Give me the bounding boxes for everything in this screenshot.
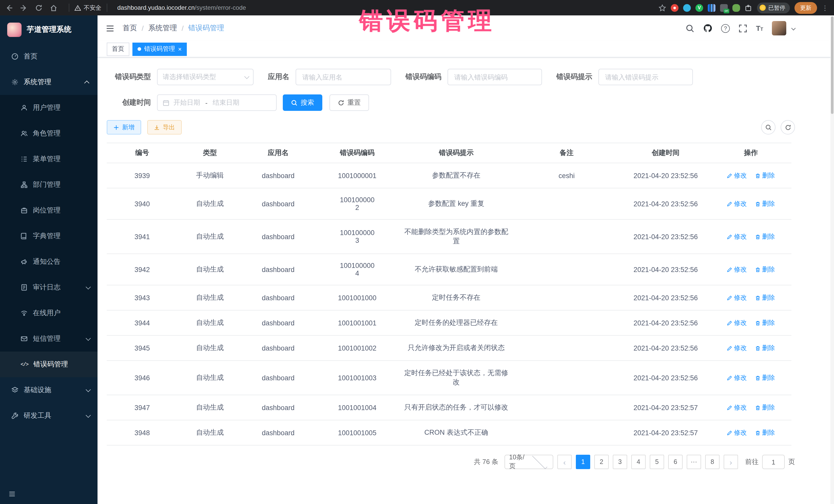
page-button[interactable]: 2 (594, 455, 609, 469)
cell-create-time: 2021-04-20 23:52:57 (621, 395, 710, 420)
cell-type: 自动生成 (178, 420, 242, 445)
update-button[interactable]: 更新 (794, 2, 817, 14)
sidebar-item-error-codes[interactable]: </> 错误码管理 (0, 352, 97, 377)
page-button[interactable]: 5 (650, 455, 664, 469)
export-button[interactable]: 导出 (147, 120, 182, 134)
error-type-select[interactable]: 请选择错误码类型 (157, 69, 254, 85)
extension-icon[interactable]: on (720, 4, 728, 12)
paused-badge[interactable]: 已暂停 (757, 2, 790, 13)
edit-link[interactable]: 修改 (727, 232, 747, 241)
sidebar-item-home[interactable]: 首页 (0, 44, 97, 69)
sidebar-item-notices[interactable]: 通知公告 (0, 249, 97, 275)
next-page-button[interactable]: › (724, 455, 738, 469)
security-indicator[interactable]: 不安全 (74, 4, 101, 12)
scrollbar[interactable] (830, 15, 834, 504)
page-size-select[interactable]: 10条/页 (505, 455, 553, 469)
sidebar-item-audit-logs[interactable]: 审计日志 (0, 275, 97, 300)
reset-button[interactable]: 重置 (329, 94, 369, 111)
error-msg-input[interactable] (598, 69, 693, 85)
reload-icon[interactable] (35, 4, 43, 12)
sidebar-item-dictionary[interactable]: 字典管理 (0, 223, 97, 249)
tab-home[interactable]: 首页 (107, 42, 129, 56)
edit-link[interactable]: 修改 (727, 344, 747, 352)
delete-link[interactable]: 删除 (755, 319, 775, 327)
sidebar-item-system[interactable]: 系统管理 (0, 69, 97, 95)
extension-icon[interactable] (732, 4, 740, 12)
breadcrumb-home[interactable]: 首页 (123, 24, 137, 33)
sidebar-item-roles[interactable]: 角色管理 (0, 120, 97, 146)
refresh-button[interactable] (781, 120, 795, 134)
tab-error-codes[interactable]: 错误码管理 × (132, 42, 187, 56)
tab-close-icon[interactable]: × (178, 46, 182, 52)
back-icon[interactable] (5, 4, 13, 12)
font-size-icon[interactable]: TT (756, 24, 763, 32)
delete-link[interactable]: 删除 (755, 403, 775, 412)
page-button[interactable]: 6 (668, 455, 683, 469)
github-icon[interactable] (703, 24, 712, 33)
sidebar-item-infrastructure[interactable]: 基础设施 (0, 377, 97, 403)
delete-link[interactable]: 删除 (755, 265, 775, 274)
extension-icon[interactable] (683, 4, 691, 12)
hamburger-icon[interactable] (106, 24, 114, 32)
breadcrumb-system[interactable]: 系统管理 (148, 24, 177, 33)
add-button[interactable]: 新增 (107, 120, 141, 134)
edit-link[interactable]: 修改 (727, 199, 747, 208)
edit-link[interactable]: 修改 (727, 265, 747, 274)
cell-create-time: 2021-04-20 23:52:56 (621, 285, 710, 310)
prev-page-button[interactable]: ‹ (557, 455, 572, 469)
search-icon[interactable] (686, 24, 695, 32)
delete-link[interactable]: 删除 (755, 293, 775, 302)
bookmark-star-icon[interactable] (658, 4, 666, 12)
forward-icon[interactable] (20, 4, 28, 12)
browser-menu-icon[interactable]: ⋮ (822, 4, 829, 12)
extension-icon[interactable] (671, 4, 679, 12)
scrollbar-thumb[interactable] (831, 17, 833, 114)
delete-link[interactable]: 删除 (755, 171, 775, 180)
goto-page-input[interactable] (762, 455, 785, 469)
delete-link[interactable]: 删除 (755, 232, 775, 241)
delete-link[interactable]: 删除 (755, 344, 775, 352)
page-button[interactable]: 3 (613, 455, 627, 469)
chevron-down-icon[interactable] (791, 26, 796, 30)
avatar[interactable] (772, 21, 786, 36)
fullscreen-icon[interactable] (739, 24, 747, 32)
date-range-picker[interactable]: 开始日期 - 结束日期 (157, 94, 277, 111)
edit-link[interactable]: 修改 (727, 319, 747, 327)
divider (69, 4, 69, 12)
help-icon[interactable]: ? (721, 24, 730, 32)
page-button[interactable]: 1 (576, 455, 590, 469)
table-row: 3943 自动生成 dashboard 1001001000 定时任务不存在 2… (107, 285, 791, 310)
sidebar-item-devtools[interactable]: 研发工具 (0, 403, 97, 429)
cell-error-message: 参数配置 key 重复 (400, 188, 512, 219)
sidebar-item-menus[interactable]: 菜单管理 (0, 146, 97, 172)
sidebar-item-posts[interactable]: 岗位管理 (0, 198, 97, 223)
edit-link[interactable]: 修改 (727, 403, 747, 412)
extension-icon[interactable]: V (696, 4, 703, 12)
search-button[interactable]: 搜索 (283, 94, 322, 111)
toggle-search-button[interactable] (761, 120, 775, 134)
address-bar[interactable]: dashboard.yudao.iocoder.cn/system/error-… (117, 4, 246, 11)
sidebar-item-users[interactable]: 用户管理 (0, 95, 97, 120)
edit-link[interactable]: 修改 (727, 428, 747, 437)
extension-icon[interactable] (708, 4, 716, 12)
error-code-input[interactable] (447, 69, 542, 85)
table-row: 3942 自动生成 dashboard 100100000 4 不允许获取敏感配… (107, 254, 791, 285)
extensions-puzzle-icon[interactable] (745, 4, 752, 12)
edit-link[interactable]: 修改 (727, 171, 747, 180)
delete-link[interactable]: 删除 (755, 428, 775, 437)
delete-link[interactable]: 删除 (755, 373, 775, 382)
page-button[interactable]: 8 (705, 455, 720, 469)
home-icon[interactable] (50, 4, 58, 12)
sidebar-collapse-icon[interactable] (8, 490, 16, 498)
page-button[interactable]: ··· (687, 455, 701, 469)
app-name-input[interactable] (295, 69, 391, 85)
logo[interactable]: 芋道管理系统 (0, 15, 97, 44)
edit-link[interactable]: 修改 (727, 373, 747, 382)
page-button[interactable]: 4 (631, 455, 646, 469)
edit-link[interactable]: 修改 (727, 293, 747, 302)
sidebar-item-online-users[interactable]: 在线用户 (0, 300, 97, 326)
sidebar-item-departments[interactable]: 部门管理 (0, 172, 97, 198)
sidebar-item-sms[interactable]: 短信管理 (0, 326, 97, 352)
emoji-face-icon (760, 5, 766, 11)
delete-link[interactable]: 删除 (755, 199, 775, 208)
